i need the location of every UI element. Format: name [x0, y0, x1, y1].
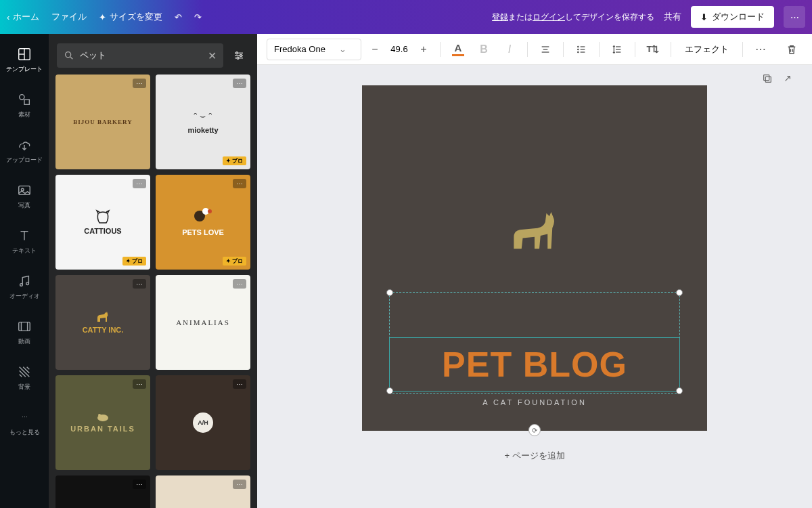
rail-text[interactable]: テキスト [0, 225, 49, 258]
template-more-icon[interactable]: ⋯ [133, 379, 146, 389]
svg-rect-34 [765, 77, 771, 82]
decrease-size-button[interactable]: − [365, 39, 384, 60]
template-card[interactable]: ⋯ᵔ ⌣ ᵔmioketty✦ プロ [156, 75, 250, 169]
headline-text[interactable]: PET BLOG [442, 344, 627, 385]
filter-button[interactable] [229, 45, 249, 66]
svg-point-19 [237, 57, 239, 59]
bold-button[interactable]: B [473, 39, 495, 60]
spacing-button[interactable] [606, 39, 628, 60]
audio-icon [16, 273, 32, 289]
download-button[interactable]: ⬇ ダウンロード [691, 6, 774, 28]
rail-background[interactable]: 背景 [0, 361, 49, 394]
resize-handle-nw[interactable] [386, 289, 393, 296]
canvas-stage[interactable]: PET BLOG A CAT FOUNDATION ⟳ + ページを追加 [257, 65, 812, 508]
svg-point-7 [20, 284, 23, 287]
share-button[interactable]: 共有 [664, 11, 681, 23]
download-icon: ⬇ [700, 12, 708, 22]
rail-uploads[interactable]: アップロード [0, 134, 49, 167]
increase-size-button[interactable]: + [414, 39, 433, 60]
add-page-button[interactable]: + ページを追加 [491, 444, 578, 467]
font-size-value[interactable]: 49.6 [384, 39, 414, 60]
rail-audio[interactable]: オーディオ [0, 270, 49, 303]
left-rail: テンプレート 素材 アップロード 写真 テキスト オーディオ 動画 背景 [0, 34, 49, 508]
ellipsis-icon: ⋯ [790, 12, 799, 22]
rail-elements[interactable]: 素材 [0, 89, 49, 122]
templates-panel: ✕ ⋯BIJOU BARKERY⋯ᵔ ⌣ ᵔmioketty✦ プロ⋯CATTI… [49, 34, 257, 508]
crown-icon: ✦ [99, 12, 106, 22]
videos-icon [16, 318, 32, 335]
photos-icon [16, 182, 32, 198]
svg-point-18 [240, 55, 242, 57]
clear-search-icon[interactable]: ✕ [208, 49, 217, 62]
delete-button[interactable] [781, 39, 803, 60]
template-more-icon[interactable]: ⋯ [233, 279, 246, 289]
template-card[interactable]: ⋯PETS LOVE✦ プロ [156, 175, 250, 270]
svg-point-8 [26, 282, 29, 285]
search-input[interactable] [80, 51, 202, 61]
rail-more[interactable]: ⋯ もっと見る [0, 406, 49, 440]
template-more-icon[interactable]: ⋯ [133, 279, 146, 289]
header-right: 登録またはログインしてデザインを保存する 共有 ⬇ ダウンロード ⋯ [492, 6, 805, 28]
template-card[interactable]: ⋯BIJOU BARKERY [55, 75, 150, 169]
redo-button[interactable]: ↷ [194, 12, 202, 22]
template-card[interactable]: ⋯ANIMALIAS [156, 275, 250, 370]
template-card[interactable]: ⋯Fur Real [156, 475, 250, 508]
subline-text[interactable]: A CAT FOUNDATION [482, 398, 587, 406]
header-left: ‹ ホーム ファイル ✦ サイズを変更 ↶ ↷ [7, 11, 202, 23]
resize-handle-sw[interactable] [386, 387, 393, 394]
template-card[interactable]: ⋯CATTIOUS✦ プロ [55, 175, 150, 270]
template-more-icon[interactable]: ⋯ [233, 179, 246, 188]
rail-photos[interactable]: 写真 [0, 179, 49, 213]
home-label: ホーム [13, 11, 39, 23]
redo-icon: ↷ [194, 12, 202, 22]
template-card[interactable]: ⋯URBAN TAILS [55, 375, 150, 470]
login-link[interactable]: ログイン [533, 12, 565, 22]
pro-badge: ✦ プロ [223, 257, 246, 266]
text-transform-button[interactable]: T⇅ [642, 39, 664, 60]
template-more-icon[interactable]: ⋯ [233, 480, 246, 489]
text-color-button[interactable]: A [447, 39, 469, 60]
rotate-handle[interactable]: ⟳ [528, 424, 541, 436]
italic-button[interactable]: I [499, 39, 520, 60]
register-link[interactable]: 登録 [492, 12, 508, 22]
rail-templates[interactable]: テンプレート [0, 43, 49, 77]
template-card[interactable]: ⋯SSAFE SEASFOUNDATION [55, 475, 150, 508]
top-header: ‹ ホーム ファイル ✦ サイズを変更 ↶ ↷ 登録またはログインしてデザインを… [0, 0, 812, 34]
template-more-icon[interactable]: ⋯ [233, 379, 246, 389]
more-menu-button[interactable]: ⋯ [784, 6, 805, 28]
effects-button[interactable]: エフェクト [678, 43, 736, 56]
svg-point-26 [578, 49, 579, 49]
undo-button[interactable]: ↶ [175, 12, 182, 22]
template-more-icon[interactable]: ⋯ [133, 179, 146, 188]
duplicate-page-icon[interactable] [762, 73, 773, 84]
rail-videos[interactable]: 動画 [0, 316, 49, 349]
canvas-area: Fredoka One ⌄ − 49.6 + A B I T⇅ [257, 34, 812, 508]
align-button[interactable] [535, 39, 556, 60]
svg-rect-35 [764, 75, 769, 81]
back-home-button[interactable]: ‹ ホーム [7, 11, 39, 23]
cat-graphic[interactable] [504, 207, 565, 255]
resize-handle-se[interactable] [676, 387, 683, 394]
expand-page-icon[interactable] [782, 73, 793, 84]
undo-icon: ↶ [175, 12, 182, 22]
resize-button[interactable]: ✦ サイズを変更 [99, 11, 162, 23]
search-box[interactable]: ✕ [57, 43, 223, 68]
toolbar-more-button[interactable]: ⋯ [750, 39, 771, 60]
template-card[interactable]: ⋯CATTY INC. [55, 275, 150, 370]
save-prompt: 登録またはログインしてデザインを保存する [492, 12, 654, 23]
svg-rect-9 [19, 322, 30, 331]
list-button[interactable] [570, 39, 592, 60]
template-more-icon[interactable]: ⋯ [133, 480, 146, 489]
search-icon [64, 50, 74, 61]
font-selector[interactable]: Fredoka One ⌄ [267, 39, 361, 60]
artboard[interactable]: PET BLOG A CAT FOUNDATION ⟳ [362, 85, 707, 431]
template-card[interactable]: ⋯A/H [156, 375, 250, 470]
svg-point-21 [98, 414, 101, 417]
template-more-icon[interactable]: ⋯ [133, 79, 146, 88]
file-menu[interactable]: ファイル [51, 11, 87, 23]
text-element-selected[interactable]: PET BLOG [389, 337, 680, 391]
resize-handle-ne[interactable] [676, 289, 683, 296]
template-more-icon[interactable]: ⋯ [233, 79, 246, 88]
svg-point-3 [20, 95, 24, 100]
elements-icon [16, 91, 32, 108]
